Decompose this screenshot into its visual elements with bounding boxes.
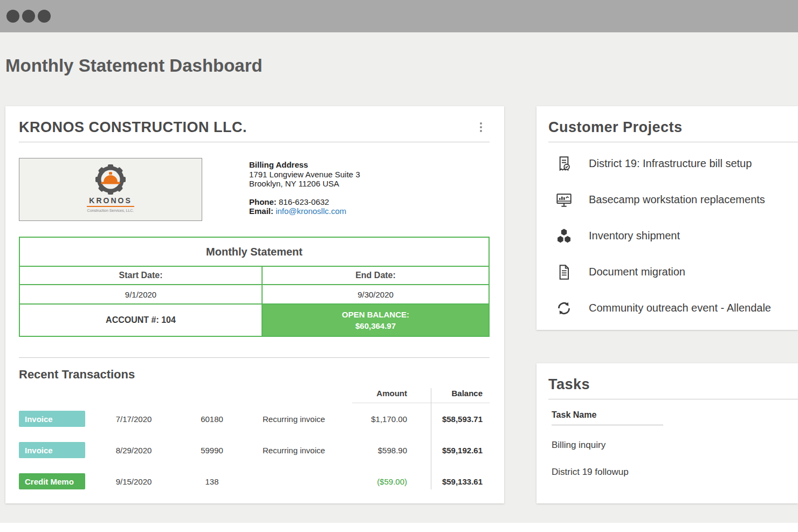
transaction-type-badge: Credit Memo bbox=[19, 473, 85, 489]
transaction-balance: $59,192.61 bbox=[407, 446, 490, 455]
projects-list: District 19: Infrastructure bill setup B… bbox=[548, 146, 798, 326]
logo-subtitle: Construction Services, LLC. bbox=[87, 209, 134, 212]
start-date-label: Start Date: bbox=[20, 267, 263, 285]
monthly-statement-table: Monthly Statement Start Date: End Date: … bbox=[19, 237, 490, 337]
project-list-item[interactable]: Inventory shipment bbox=[548, 218, 798, 254]
logo-wordmark: KRONOS bbox=[89, 196, 132, 205]
project-label: Document migration bbox=[589, 266, 685, 278]
transaction-type-badge: Invoice bbox=[19, 442, 85, 458]
window-control-dot[interactable] bbox=[22, 10, 35, 23]
transactions-header-row: Amount Balance bbox=[19, 384, 490, 403]
transaction-balance: $59,133.61 bbox=[407, 477, 490, 486]
receipt-check-icon bbox=[555, 155, 573, 172]
transactions-table: Amount Balance Invoice 7/17/2020 60180 R… bbox=[19, 384, 490, 497]
transaction-date: 9/15/2020 bbox=[88, 477, 180, 486]
project-list-item[interactable]: Basecamp workstation replacements bbox=[548, 182, 798, 218]
amount-column-header: Amount bbox=[352, 384, 407, 403]
task-row[interactable]: Billing inquiry bbox=[548, 432, 798, 459]
projects-card-title: Customer Projects bbox=[548, 119, 798, 135]
tasks-list: Billing inquiry District 19 followup bbox=[548, 432, 798, 486]
company-logo: KRONOS Construction Services, LLC. bbox=[19, 158, 202, 221]
project-list-item[interactable]: District 19: Infrastructure bill setup bbox=[548, 146, 798, 182]
customer-projects-card: Customer Projects District 19: Infrastru… bbox=[536, 106, 798, 330]
project-list-item[interactable]: Community outreach event - Allendale bbox=[548, 290, 798, 326]
project-label: Inventory shipment bbox=[589, 230, 680, 242]
project-label: District 19: Infrastructure bill setup bbox=[589, 157, 752, 170]
transaction-row[interactable]: Credit Memo 9/15/2020 138 ($59.00) $59,1… bbox=[19, 466, 490, 497]
transaction-amount: $598.90 bbox=[352, 446, 407, 455]
email-label: Email: bbox=[249, 206, 273, 216]
statement-card: KRONOS CONSTRUCTION LLC. bbox=[5, 106, 504, 503]
divider bbox=[19, 357, 490, 358]
workstation-icon bbox=[555, 191, 573, 209]
column-divider bbox=[431, 388, 431, 489]
statement-title: Monthly Statement bbox=[20, 238, 489, 267]
billing-address-label: Billing Address bbox=[249, 160, 360, 170]
bottom-strip bbox=[0, 523, 798, 532]
transaction-description: Recurring invoice bbox=[244, 446, 352, 455]
open-balance-cell: OPEN BALANCE: $60,364.97 bbox=[263, 305, 489, 336]
task-row[interactable]: District 19 followup bbox=[548, 459, 798, 486]
open-balance-label: OPEN BALANCE: bbox=[342, 310, 409, 319]
transaction-number: 138 bbox=[180, 477, 244, 486]
phone-value: 816-623-0632 bbox=[279, 197, 329, 206]
tasks-card: Tasks Task Name Status Billing inquiry D… bbox=[536, 363, 798, 503]
transaction-row[interactable]: Invoice 7/17/2020 60180 Recurring invoic… bbox=[19, 403, 490, 434]
billing-phone-row: Phone: 816-623-0632 bbox=[249, 197, 360, 207]
task-name-column-header: Task Name bbox=[552, 410, 663, 425]
transactions-heading: Recent Transactions bbox=[19, 368, 490, 382]
transaction-balance: $58,593.71 bbox=[407, 414, 490, 424]
project-label: Basecamp workstation replacements bbox=[589, 194, 765, 206]
kebab-menu-icon[interactable] bbox=[480, 122, 482, 132]
divider bbox=[548, 142, 798, 142]
end-date-value: 9/30/2020 bbox=[263, 285, 489, 305]
billing-email-row: Email: info@kronosllc.com bbox=[249, 206, 360, 216]
billing-address-block: Billing Address 1791 Longview Avenue Sui… bbox=[249, 158, 360, 221]
tasks-header-row: Task Name Status bbox=[548, 410, 798, 426]
transaction-date: 8/29/2020 bbox=[88, 446, 180, 455]
start-date-value: 9/1/2020 bbox=[20, 285, 263, 305]
company-info-row: KRONOS Construction Services, LLC. Billi… bbox=[19, 158, 490, 221]
project-label: Community outreach event - Allendale bbox=[589, 302, 771, 314]
transaction-number: 59990 bbox=[180, 446, 244, 455]
transaction-date: 7/17/2020 bbox=[88, 414, 180, 424]
transaction-number: 60180 bbox=[180, 414, 244, 424]
balance-column-header: Balance bbox=[407, 384, 490, 403]
billing-address-line1: 1791 Longview Avenue Suite 3 bbox=[249, 170, 360, 179]
end-date-label: End Date: bbox=[263, 267, 489, 285]
page-title: Monthly Statement Dashboard bbox=[5, 56, 263, 76]
transaction-description: Recurring invoice bbox=[244, 414, 352, 424]
phone-label: Phone: bbox=[249, 197, 277, 206]
kronos-logo-graphic: KRONOS Construction Services, LLC. bbox=[57, 161, 164, 218]
sync-icon bbox=[555, 300, 573, 317]
transaction-amount: $1,170.00 bbox=[352, 414, 407, 424]
divider bbox=[548, 399, 798, 399]
document-icon bbox=[555, 264, 573, 281]
project-list-item[interactable]: Document migration bbox=[548, 254, 798, 290]
account-number: ACCOUNT #: 104 bbox=[20, 305, 263, 336]
open-balance-value: $60,364.97 bbox=[355, 321, 396, 330]
email-link[interactable]: info@kronosllc.com bbox=[276, 206, 346, 216]
task-name: District 19 followup bbox=[552, 467, 629, 478]
window-control-dot[interactable] bbox=[6, 10, 19, 23]
statement-card-header: KRONOS CONSTRUCTION LLC. bbox=[19, 119, 490, 135]
divider bbox=[19, 142, 490, 142]
inventory-boxes-icon bbox=[555, 227, 573, 245]
billing-address-line2: Brooklyn, NY 11206 USA bbox=[249, 179, 360, 189]
transaction-type-badge: Invoice bbox=[19, 411, 85, 427]
window-titlebar bbox=[0, 0, 798, 32]
task-name: Billing inquiry bbox=[552, 440, 606, 451]
window-control-dot[interactable] bbox=[38, 10, 51, 23]
transaction-row[interactable]: Invoice 8/29/2020 59990 Recurring invoic… bbox=[19, 434, 490, 466]
transaction-amount: ($59.00) bbox=[352, 477, 407, 486]
company-name: KRONOS CONSTRUCTION LLC. bbox=[19, 119, 247, 135]
app-window: Monthly Statement Dashboard KRONOS CONST… bbox=[0, 0, 798, 532]
tasks-card-title: Tasks bbox=[548, 376, 798, 392]
